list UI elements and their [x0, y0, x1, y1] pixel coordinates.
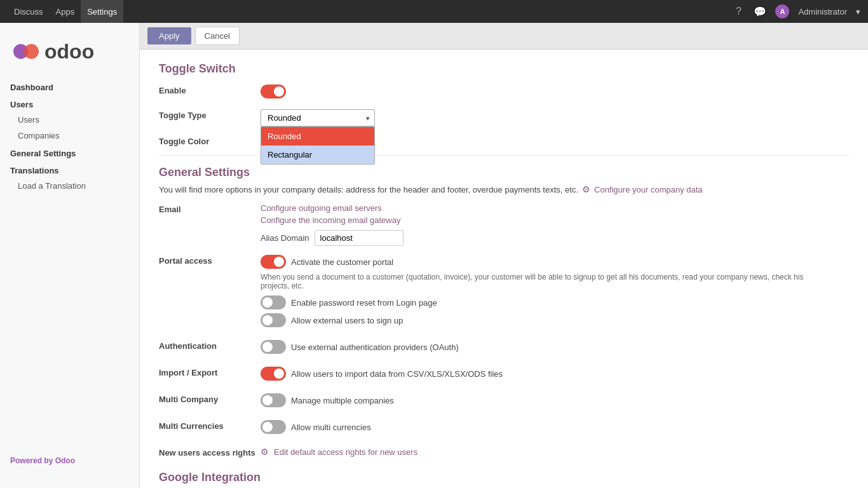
content-area: Toggle Switch Enable Toggle Type Rounded: [140, 50, 868, 488]
import-export-label: Import / Export: [159, 367, 261, 377]
toggle-type-dropdown-wrapper: Rounded Rectangular ▾ Rounded Rectangula…: [261, 109, 375, 126]
toggle-type-control: Rounded Rectangular ▾ Rounded Rectangula…: [261, 109, 849, 126]
alias-domain-input[interactable]: [315, 230, 403, 246]
allow-currencies-toggle[interactable]: [261, 420, 286, 434]
sidebar-item-load-translation[interactable]: Load a Translation: [0, 178, 139, 194]
toggle-switch-title: Toggle Switch: [159, 62, 849, 76]
footer-brand: Odoo: [55, 456, 75, 465]
help-icon[interactable]: ?: [732, 5, 745, 18]
admin-avatar[interactable]: A: [775, 4, 789, 18]
new-users-row: New users access rights ⚙ Edit default a…: [159, 447, 849, 461]
sidebar-item-dashboard[interactable]: Dashboard: [0, 78, 139, 95]
svg-point-1: [24, 44, 39, 58]
toggle-type-label: Toggle Type: [159, 109, 261, 120]
external-signup-row: Allow external users to sign up: [261, 313, 849, 327]
external-signup-slider: [261, 313, 286, 327]
dropdown-item-rectangular[interactable]: Rectangular: [261, 146, 374, 164]
edit-rights-link[interactable]: Edit default access rights for new users: [274, 447, 417, 457]
allow-import-slider: [261, 367, 286, 381]
cancel-button[interactable]: Cancel: [195, 27, 240, 45]
new-users-control: ⚙ Edit default access rights for new use…: [261, 447, 849, 461]
email-row: Email Configure outgoing email servers C…: [159, 203, 849, 246]
sidebar-logo: odoo: [0, 23, 139, 78]
configure-company-link[interactable]: Configure your company data: [594, 185, 703, 194]
edit-rights-gear-icon: ⚙: [261, 447, 269, 457]
sidebar-section-general-settings[interactable]: General Settings: [0, 144, 139, 161]
general-settings-desc: You will find more options in your compa…: [159, 184, 849, 194]
authentication-row: Authentication Use external authenticati…: [159, 340, 849, 358]
portal-access-control: Activate the customer portal When you se…: [261, 255, 849, 331]
password-reset-text: Enable password reset from Login page: [291, 298, 437, 308]
footer-text: Powered by: [10, 456, 55, 465]
external-signup-toggle[interactable]: [261, 313, 286, 327]
sidebar-section-translations[interactable]: Translations: [0, 161, 139, 178]
odoo-logo-text: odoo: [44, 40, 94, 64]
enable-toggle[interactable]: [261, 85, 286, 98]
configure-incoming-link[interactable]: Configure the incoming email gateway: [261, 215, 849, 225]
import-export-row: Import / Export Allow users to import da…: [159, 367, 849, 384]
multi-company-control: Manage multiple companies: [261, 393, 849, 411]
top-navigation: Discuss Apps Settings ? 💬 A Administrato…: [0, 0, 868, 23]
enable-toggle-control: [261, 85, 849, 100]
nav-settings[interactable]: Settings: [81, 0, 123, 23]
password-reset-row: Enable password reset from Login page: [261, 295, 849, 309]
new-users-label: New users access rights: [159, 447, 261, 458]
activate-portal-text: Activate the customer portal: [291, 257, 393, 267]
allow-currencies-text: Allow multi currencies: [291, 423, 371, 432]
apply-button[interactable]: Apply: [147, 27, 191, 44]
odoo-logo[interactable]: odoo: [10, 36, 129, 67]
portal-access-row: Portal access Activate the customer port…: [159, 255, 849, 331]
admin-dropdown-icon[interactable]: ▾: [856, 7, 860, 17]
oauth-toggle[interactable]: [261, 340, 286, 354]
toggle-type-row: Toggle Type Rounded Rectangular ▾ Rounde…: [159, 109, 849, 126]
allow-import-toggle[interactable]: [261, 367, 286, 381]
import-export-control: Allow users to import data from CSV/XLS/…: [261, 367, 849, 384]
password-reset-toggle[interactable]: [261, 295, 286, 309]
sidebar: odoo Dashboard Users Users Companies Gen…: [0, 23, 140, 488]
sidebar-item-companies[interactable]: Companies: [0, 128, 139, 144]
gear-icon: ⚙: [582, 184, 590, 194]
multi-company-row: Multi Company Manage multiple companies: [159, 393, 849, 411]
multi-company-label: Multi Company: [159, 393, 261, 404]
manage-companies-row: Manage multiple companies: [261, 393, 849, 407]
authentication-label: Authentication: [159, 340, 261, 351]
google-integration-title: Google Integration: [159, 471, 849, 484]
nav-discuss[interactable]: Discuss: [8, 0, 50, 23]
sidebar-item-users[interactable]: Users: [0, 112, 139, 128]
oauth-row: Use external authentication providers (O…: [261, 340, 849, 354]
multi-currencies-row: Multi Currencies Allow multi currencies: [159, 420, 849, 438]
oauth-slider: [261, 340, 286, 354]
configure-outgoing-link[interactable]: Configure outgoing email servers: [261, 203, 849, 213]
portal-desc: When you send a document to a customer (…: [261, 273, 832, 290]
edit-rights-row: ⚙ Edit default access rights for new use…: [261, 447, 849, 457]
enable-row: Enable: [159, 85, 849, 100]
dropdown-item-rounded[interactable]: Rounded: [261, 127, 374, 146]
allow-import-text: Allow users to import data from CSV/XLS/…: [291, 369, 503, 379]
manage-companies-toggle[interactable]: [261, 393, 286, 407]
portal-access-label: Portal access: [159, 255, 261, 266]
enable-label: Enable: [159, 85, 261, 95]
allow-currencies-slider: [261, 420, 286, 434]
dropdown-open-menu: Rounded Rectangular: [261, 126, 375, 165]
toggle-type-select[interactable]: Rounded Rectangular: [261, 109, 375, 126]
external-signup-text: Allow external users to sign up: [291, 316, 403, 325]
manage-companies-slider: [261, 393, 286, 407]
admin-label[interactable]: Administrator: [798, 7, 847, 17]
email-links: Configure outgoing email servers Configu…: [261, 203, 849, 225]
main-area: Apply Cancel Toggle Switch Enable Toggle…: [140, 23, 868, 488]
email-control: Configure outgoing email servers Configu…: [261, 203, 849, 246]
allow-import-row: Allow users to import data from CSV/XLS/…: [261, 367, 849, 381]
manage-companies-text: Manage multiple companies: [291, 396, 394, 405]
general-settings-title: General Settings: [159, 166, 849, 179]
multi-currencies-control: Allow multi currencies: [261, 420, 849, 438]
oauth-text: Use external authentication providers (O…: [291, 342, 459, 352]
general-settings-desc-text: You will find more options in your compa…: [159, 185, 578, 194]
toolbar: Apply Cancel: [140, 23, 868, 50]
chat-icon[interactable]: 💬: [754, 5, 766, 18]
password-reset-slider: [261, 295, 286, 309]
sidebar-section-users[interactable]: Users: [0, 95, 139, 112]
alias-domain-label: Alias Domain: [261, 233, 309, 243]
activate-portal-toggle[interactable]: [261, 255, 286, 269]
nav-apps[interactable]: Apps: [50, 0, 81, 23]
authentication-control: Use external authentication providers (O…: [261, 340, 849, 358]
